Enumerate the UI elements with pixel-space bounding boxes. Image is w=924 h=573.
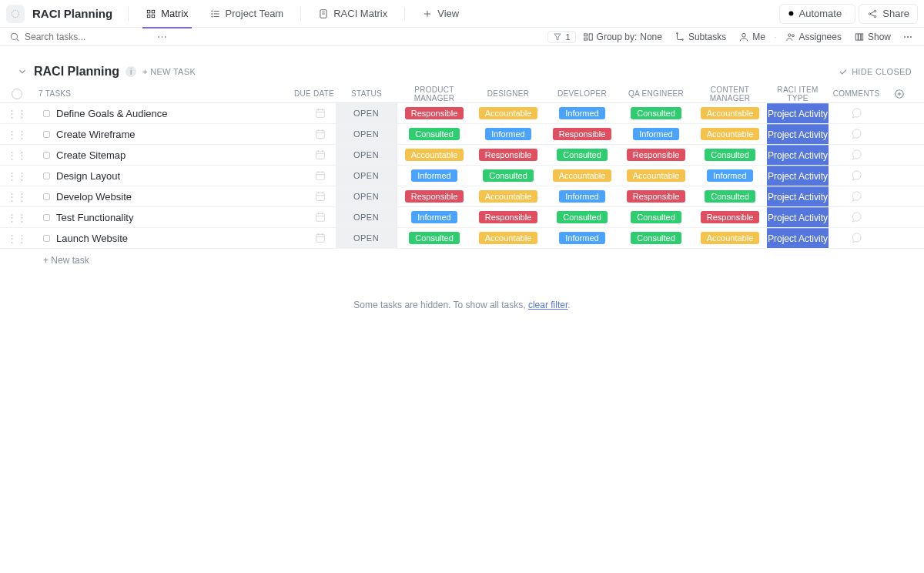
automate-button[interactable]: Automate (779, 4, 856, 24)
subtasks-button[interactable]: Subtasks (669, 29, 732, 45)
pm-cell[interactable]: Responsible (397, 103, 471, 123)
col-comments[interactable]: COMMENTS (829, 89, 884, 98)
status-cell[interactable]: OPEN (336, 103, 397, 123)
group-by-button[interactable]: Group by: None (578, 29, 668, 45)
show-button[interactable]: Show (849, 29, 896, 45)
hide-closed-button[interactable]: HIDE CLOSED (838, 66, 912, 77)
task-name[interactable]: Create Sitemap (56, 149, 126, 161)
table-row[interactable]: ⋮⋮ Create Sitemap OPEN Accountable Respo… (0, 145, 924, 166)
pm-cell[interactable]: Responsible (397, 186, 471, 206)
info-icon[interactable]: i (126, 66, 136, 77)
task-name[interactable]: Develop Website (56, 191, 132, 203)
due-date-cell[interactable] (293, 107, 336, 119)
status-cell[interactable]: OPEN (336, 207, 397, 227)
me-button[interactable]: Me (733, 29, 771, 45)
table-row[interactable]: ⋮⋮ Define Goals & Audience OPEN Responsi… (0, 103, 924, 124)
raci-type-cell[interactable]: Project Activity (767, 103, 829, 123)
status-cell[interactable]: OPEN (336, 186, 397, 206)
status-cell[interactable]: OPEN (336, 124, 397, 144)
assignees-button[interactable]: Assignees (780, 29, 847, 45)
task-name[interactable]: Create Wireframe (56, 129, 136, 140)
cm-cell[interactable]: Consulted (693, 186, 767, 206)
qa-cell[interactable]: Responsible (619, 145, 693, 165)
table-row[interactable]: ⋮⋮ Create Wireframe OPEN Consulted Infor… (0, 124, 924, 145)
comment-cell[interactable] (829, 169, 884, 182)
designer-cell[interactable]: Accountable (471, 186, 545, 206)
qa-cell[interactable]: Consulted (619, 207, 693, 227)
new-task-inline-button[interactable]: + NEW TASK (142, 67, 196, 76)
designer-cell[interactable]: Accountable (471, 228, 545, 248)
col-developer[interactable]: DEVELOPER (545, 89, 619, 98)
table-row[interactable]: ⋮⋮ Launch Website OPEN Consulted Account… (0, 228, 924, 249)
due-date-cell[interactable] (293, 190, 336, 203)
developer-cell[interactable]: Consulted (545, 145, 619, 165)
status-dot[interactable] (43, 235, 50, 242)
status-dot[interactable] (43, 131, 50, 138)
designer-cell[interactable]: Responsible (471, 207, 545, 227)
cm-cell[interactable]: Accountable (693, 124, 767, 144)
comment-cell[interactable] (829, 149, 884, 161)
collapse-icon[interactable] (17, 66, 28, 77)
table-row[interactable]: ⋮⋮ Test Functionality OPEN Informed Resp… (0, 207, 924, 228)
due-date-cell[interactable] (293, 128, 336, 140)
search-options-icon[interactable]: ⋯ (157, 31, 167, 42)
pm-cell[interactable]: Accountable (397, 145, 471, 165)
share-button[interactable]: Share (859, 4, 918, 24)
comment-cell[interactable] (829, 107, 884, 119)
designer-cell[interactable]: Consulted (471, 166, 545, 186)
status-dot[interactable] (43, 214, 50, 221)
due-date-cell[interactable] (293, 169, 336, 182)
col-designer[interactable]: DESIGNER (471, 89, 545, 98)
status-dot[interactable] (43, 110, 50, 117)
raci-type-cell[interactable]: Project Activity (767, 166, 829, 186)
col-qa[interactable]: QA ENGINEER (619, 89, 693, 98)
drag-handle-icon[interactable]: ⋮⋮ (0, 212, 34, 223)
status-cell[interactable]: OPEN (336, 145, 397, 165)
drag-handle-icon[interactable]: ⋮⋮ (0, 233, 34, 244)
raci-type-cell[interactable]: Project Activity (767, 186, 829, 206)
pm-cell[interactable]: Informed (397, 207, 471, 227)
qa-cell[interactable]: Informed (619, 124, 693, 144)
status-dot[interactable] (43, 193, 50, 200)
developer-cell[interactable]: Accountable (545, 166, 619, 186)
due-date-cell[interactable] (293, 232, 336, 244)
qa-cell[interactable]: Responsible (619, 186, 693, 206)
cm-cell[interactable]: Accountable (693, 103, 767, 123)
developer-cell[interactable]: Consulted (545, 207, 619, 227)
raci-type-cell[interactable]: Project Activity (767, 207, 829, 227)
cm-cell[interactable]: Consulted (693, 145, 767, 165)
list-type-icon[interactable] (6, 5, 25, 23)
drag-handle-icon[interactable]: ⋮⋮ (0, 149, 34, 161)
new-task-row-button[interactable]: + New task (0, 249, 924, 272)
col-pm[interactable]: PRODUCT MANAGER (397, 85, 471, 102)
designer-cell[interactable]: Informed (471, 124, 545, 144)
raci-type-cell[interactable]: Project Activity (767, 228, 829, 248)
developer-cell[interactable]: Informed (545, 228, 619, 248)
add-view-button[interactable]: View (413, 0, 468, 28)
drag-handle-icon[interactable]: ⋮⋮ (0, 191, 34, 203)
add-column-button[interactable] (884, 89, 915, 99)
task-name[interactable]: Define Goals & Audience (56, 108, 168, 119)
developer-cell[interactable]: Responsible (545, 124, 619, 144)
tab-project-team[interactable]: Project Team (201, 0, 293, 28)
raci-type-cell[interactable]: Project Activity (767, 145, 829, 165)
cm-cell[interactable]: Accountable (693, 228, 767, 248)
status-cell[interactable]: OPEN (336, 228, 397, 248)
col-due-date[interactable]: DUE DATE (293, 89, 336, 98)
table-row[interactable]: ⋮⋮ Design Layout OPEN Informed Consulted… (0, 166, 924, 186)
filter-count[interactable]: 1 (547, 31, 575, 43)
drag-handle-icon[interactable]: ⋮⋮ (0, 129, 34, 140)
qa-cell[interactable]: Consulted (619, 228, 693, 248)
tab-raci-matrix-doc[interactable]: RACI Matrix (309, 0, 397, 28)
designer-cell[interactable]: Accountable (471, 103, 545, 123)
col-cm[interactable]: CONTENT MANAGER (693, 85, 767, 102)
col-raci-type[interactable]: RACI ITEM TYPE (767, 85, 829, 102)
col-status[interactable]: STATUS (336, 89, 397, 98)
comment-cell[interactable] (829, 128, 884, 140)
tab-matrix[interactable]: Matrix (136, 0, 197, 28)
more-options-button[interactable]: ⋯ (898, 29, 918, 45)
comment-cell[interactable] (829, 211, 884, 223)
select-all-checkbox[interactable] (12, 89, 22, 99)
designer-cell[interactable]: Responsible (471, 145, 545, 165)
status-dot[interactable] (43, 173, 50, 179)
